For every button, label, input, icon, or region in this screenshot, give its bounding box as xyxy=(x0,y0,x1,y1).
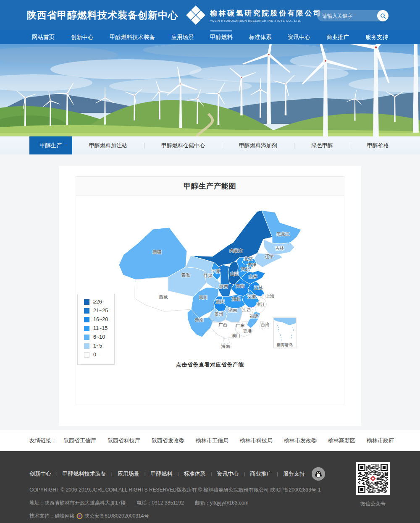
province-label-河南: 河南 xyxy=(236,283,245,288)
company-name-en: YULIN HYDROCARBON RESEARCH INSTITUTE CO.… xyxy=(210,19,322,22)
legend-label: 11~15 xyxy=(93,325,108,331)
map-legend: ≥2621~2516~2011~156~101~50 xyxy=(77,294,115,365)
legend-row: 1~5 xyxy=(84,343,108,349)
province-label-山东: 山东 xyxy=(249,274,257,279)
site-title: 陕西省甲醇燃料技术装备创新中心 xyxy=(27,9,178,22)
address-text: 地址：陕西省榆林市开源大道高科大厦17楼 xyxy=(29,499,126,507)
legend-label: 1~5 xyxy=(93,343,102,349)
footer-nav-link[interactable]: 应用场景 xyxy=(118,470,139,478)
subnav-tab[interactable]: 甲醇燃料添加剂 xyxy=(222,142,294,149)
footer-nav-link[interactable]: 资讯中心 xyxy=(217,470,239,478)
legend-row: 0 xyxy=(84,352,108,358)
china-map[interactable]: 新疆西藏青海甘肃内蒙古黑龙江吉林辽宁河北山西山东河南江苏安徽陕西宁夏湖北重庆四川… xyxy=(113,205,306,353)
friend-link[interactable]: 榆林高新区 xyxy=(328,437,355,445)
friend-link[interactable]: 陕西省发改委 xyxy=(152,437,184,445)
subnav-tab[interactable]: 绿色甲醇 xyxy=(294,142,350,149)
province-label-广西: 广西 xyxy=(219,322,228,327)
province-label-宁夏: 宁夏 xyxy=(212,269,221,274)
qq-icon[interactable] xyxy=(312,467,325,481)
search-button[interactable] xyxy=(377,10,388,21)
top-header: 陕西省甲醇燃料技术装备创新中心 榆林碳氢研究院股份有限公司 YULIN HYDR… xyxy=(0,0,420,30)
legend-row: 16~20 xyxy=(84,316,108,322)
chart-title: 甲醇生产产能图 xyxy=(184,181,236,191)
province-label-澳门: 澳门 xyxy=(231,333,241,338)
friend-link[interactable]: 榆林市发改委 xyxy=(284,437,317,445)
legend-swatch xyxy=(84,335,89,340)
footer-nav: 创新中心|甲醇燃料技术装备|应用场景|甲醇燃料|标准体系|资讯中心|商业推广|服… xyxy=(29,467,391,481)
nav-item[interactable]: 甲醇燃料 xyxy=(207,30,235,44)
legend-swatch xyxy=(84,343,89,349)
footer-nav-link[interactable]: 商业推广 xyxy=(250,470,272,478)
police-number[interactable]: 陕公安备61080202000314号 xyxy=(84,513,149,520)
province-label-黑龙江: 黑龙江 xyxy=(276,231,290,236)
province-label-山西: 山西 xyxy=(230,271,239,276)
friend-link[interactable]: 陕西省工信厅 xyxy=(63,437,96,445)
nav-item[interactable]: 标准体系 xyxy=(247,30,274,44)
main-nav: 网站首页创新中心甲醇燃料技术装备应用场景甲醇燃料标准体系资讯中心商业推广服务支持 xyxy=(0,30,420,44)
nav-item[interactable]: 甲醇燃料技术装备 xyxy=(107,30,158,44)
footer-nav-separator: | xyxy=(111,471,113,476)
nav-item[interactable]: 应用场景 xyxy=(169,30,197,44)
province-label-四川: 四川 xyxy=(199,295,208,300)
friend-link[interactable]: 榆林市科技局 xyxy=(240,437,273,445)
legend-label: 16~20 xyxy=(93,316,108,322)
capacity-chart-box: 甲醇生产产能图 新疆西藏青海甘肃内蒙古黑龙江吉林辽宁河北山西山东河南江苏安徽陕西… xyxy=(76,176,344,405)
province-label-海南: 海南 xyxy=(221,344,231,349)
province-label-云南: 云南 xyxy=(195,317,204,322)
legend-label: 0 xyxy=(93,352,96,358)
friend-link[interactable]: 榆林市政府 xyxy=(367,437,394,445)
footer-nav-separator: | xyxy=(144,471,146,476)
nav-item[interactable]: 服务支持 xyxy=(363,30,391,44)
province-label-陕西: 陕西 xyxy=(220,284,229,289)
province-label-香港: 香港 xyxy=(243,328,252,333)
south-china-sea-inset: 南海诸岛 xyxy=(273,318,296,348)
footer-nav-link[interactable]: 甲醇燃料 xyxy=(151,470,173,478)
nav-item[interactable]: 创新中心 xyxy=(68,30,96,44)
friend-link[interactable]: 榆林市工信局 xyxy=(196,437,228,445)
province-label-上海: 上海 xyxy=(266,293,275,298)
province-label-新疆: 新疆 xyxy=(153,249,162,254)
search-input[interactable] xyxy=(317,13,373,19)
china-map-area: 新疆西藏青海甘肃内蒙古黑龙江吉林辽宁河北山西山东河南江苏安徽陕西宁夏湖北重庆四川… xyxy=(76,196,344,405)
footer-nav-link[interactable]: 甲醇燃料技术装备 xyxy=(63,470,106,478)
friend-link[interactable]: 陕西省科技厅 xyxy=(108,437,140,445)
qr-code xyxy=(356,462,390,495)
province-label-重庆: 重庆 xyxy=(216,299,225,304)
province-label-吉林: 吉林 xyxy=(275,246,284,251)
nav-item[interactable]: 资讯中心 xyxy=(285,30,313,44)
legend-swatch xyxy=(84,352,89,358)
province-label-江西: 江西 xyxy=(242,307,252,312)
legend-label: 21~25 xyxy=(93,308,108,314)
footer-nav-separator: | xyxy=(244,471,245,476)
legend-swatch xyxy=(84,317,89,322)
subnav-tab[interactable]: 甲醇燃料仓储中心 xyxy=(144,142,222,149)
footer-nav-link[interactable]: 标准体系 xyxy=(184,470,205,478)
legend-row: 11~15 xyxy=(84,325,108,331)
province-label-北京: 北京 xyxy=(244,256,253,261)
footer-nav-link[interactable]: 服务支持 xyxy=(283,470,305,478)
province-label-台湾: 台湾 xyxy=(261,322,270,327)
footer-nav-link[interactable]: 创新中心 xyxy=(29,470,51,478)
police-badge-icon xyxy=(76,513,83,519)
legend-label: ≥26 xyxy=(93,299,102,305)
footer-nav-separator: | xyxy=(56,471,58,476)
content-background: 甲醇生产产能图 新疆西藏青海甘肃内蒙古黑龙江吉林辽宁河北山西山东河南江苏安徽陕西… xyxy=(0,154,420,430)
phone-text: 电话：0912-3851192 xyxy=(136,499,184,507)
province-label-青海: 青海 xyxy=(181,272,191,277)
subnav-tab-active[interactable]: 甲醇生产 xyxy=(29,136,72,154)
province-label-江苏: 江苏 xyxy=(254,285,263,290)
friend-links-bar: 友情链接： 陕西省工信厅陕西省科技厅陕西省发改委榆林市工信局榆林市科技局榆林市发… xyxy=(0,430,420,451)
nav-item[interactable]: 商业推广 xyxy=(324,30,352,44)
subnav-tab[interactable]: 甲醇价格 xyxy=(350,142,406,149)
logo xyxy=(186,5,206,25)
nav-item[interactable]: 网站首页 xyxy=(29,30,57,44)
subnav-tab[interactable]: 甲醇燃料加注站 xyxy=(72,142,144,149)
chart-title-bar: 甲醇生产产能图 xyxy=(76,177,344,196)
copyright-line: COPYRIGHT © 2006-2019,JCRL.COM,ALL RIGHT… xyxy=(29,486,391,494)
hero-banner-windfarm xyxy=(0,44,420,136)
province-label-辽宁: 辽宁 xyxy=(265,254,274,259)
company-name-cn: 榆林碳氢研究院股份有限公司 xyxy=(210,8,322,18)
footer-nav-separator: | xyxy=(277,471,278,476)
legend-row: 6~10 xyxy=(84,334,108,340)
province-label-贵州: 贵州 xyxy=(215,311,223,316)
